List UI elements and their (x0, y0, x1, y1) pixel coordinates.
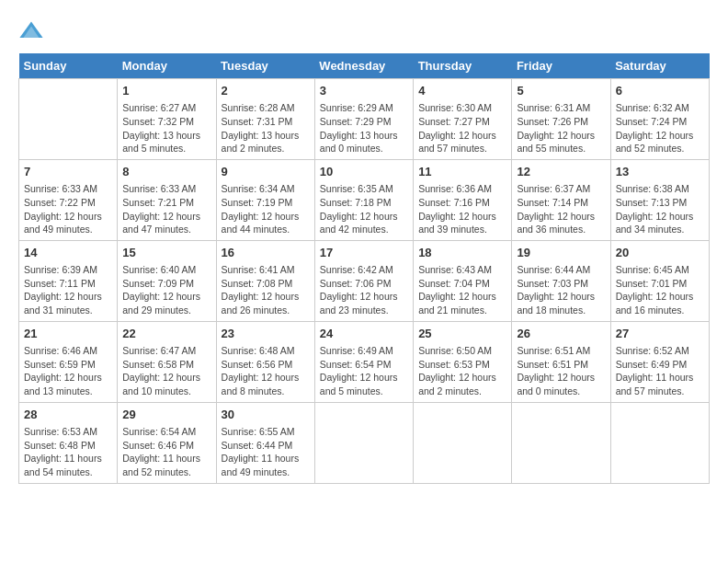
day-number: 13 (616, 164, 704, 180)
day-info: Sunrise: 6:28 AM Sunset: 7:31 PM Dayligh… (222, 101, 310, 155)
calendar-cell: 18Sunrise: 6:43 AM Sunset: 7:04 PM Dayli… (414, 240, 512, 321)
calendar-cell: 29Sunrise: 6:54 AM Sunset: 6:46 PM Dayli… (118, 402, 216, 483)
logo-icon (18, 18, 44, 44)
column-header-friday: Friday (512, 53, 610, 79)
calendar-cell: 14Sunrise: 6:39 AM Sunset: 7:11 PM Dayli… (19, 240, 118, 321)
day-number: 10 (320, 164, 408, 180)
day-number: 26 (517, 326, 605, 342)
calendar-cell: 3Sunrise: 6:29 AM Sunset: 7:29 PM Daylig… (314, 79, 413, 160)
day-info: Sunrise: 6:55 AM Sunset: 6:44 PM Dayligh… (222, 425, 310, 479)
day-info: Sunrise: 6:39 AM Sunset: 7:11 PM Dayligh… (24, 263, 112, 317)
day-info: Sunrise: 6:48 AM Sunset: 6:56 PM Dayligh… (222, 344, 310, 398)
calendar-cell: 1Sunrise: 6:27 AM Sunset: 7:32 PM Daylig… (118, 79, 216, 160)
day-info: Sunrise: 6:36 AM Sunset: 7:16 PM Dayligh… (418, 182, 506, 236)
column-header-sunday: Sunday (19, 53, 118, 79)
day-info: Sunrise: 6:40 AM Sunset: 7:09 PM Dayligh… (122, 263, 210, 317)
day-number: 15 (122, 245, 210, 261)
calendar-cell: 30Sunrise: 6:55 AM Sunset: 6:44 PM Dayli… (216, 402, 314, 483)
day-info: Sunrise: 6:53 AM Sunset: 6:48 PM Dayligh… (24, 425, 112, 479)
day-number: 1 (122, 83, 210, 99)
calendar-cell: 8Sunrise: 6:33 AM Sunset: 7:21 PM Daylig… (118, 159, 216, 240)
day-number: 11 (418, 164, 506, 180)
day-number: 3 (320, 83, 408, 99)
calendar-cell: 28Sunrise: 6:53 AM Sunset: 6:48 PM Dayli… (19, 402, 118, 483)
day-number: 25 (418, 326, 506, 342)
calendar-cell: 5Sunrise: 6:31 AM Sunset: 7:26 PM Daylig… (512, 79, 610, 160)
day-info: Sunrise: 6:51 AM Sunset: 6:51 PM Dayligh… (517, 344, 605, 398)
calendar-cell: 27Sunrise: 6:52 AM Sunset: 6:49 PM Dayli… (610, 321, 709, 402)
day-number: 2 (222, 83, 310, 99)
day-info: Sunrise: 6:38 AM Sunset: 7:13 PM Dayligh… (616, 182, 704, 236)
day-number: 29 (122, 407, 210, 423)
week-row-5: 28Sunrise: 6:53 AM Sunset: 6:48 PM Dayli… (19, 402, 710, 483)
logo (18, 18, 46, 44)
calendar-cell (19, 79, 118, 160)
day-number: 23 (222, 326, 310, 342)
calendar-cell: 13Sunrise: 6:38 AM Sunset: 7:13 PM Dayli… (610, 159, 709, 240)
column-header-thursday: Thursday (414, 53, 512, 79)
day-number: 16 (222, 245, 310, 261)
calendar-cell (512, 402, 610, 483)
day-info: Sunrise: 6:34 AM Sunset: 7:19 PM Dayligh… (222, 182, 310, 236)
day-number: 4 (418, 83, 506, 99)
calendar-cell: 9Sunrise: 6:34 AM Sunset: 7:19 PM Daylig… (216, 159, 314, 240)
day-info: Sunrise: 6:46 AM Sunset: 6:59 PM Dayligh… (24, 344, 112, 398)
day-number: 17 (320, 245, 408, 261)
day-number: 30 (222, 407, 310, 423)
day-info: Sunrise: 6:29 AM Sunset: 7:29 PM Dayligh… (320, 101, 408, 155)
calendar-cell: 25Sunrise: 6:50 AM Sunset: 6:53 PM Dayli… (414, 321, 512, 402)
day-info: Sunrise: 6:50 AM Sunset: 6:53 PM Dayligh… (418, 344, 506, 398)
calendar-cell: 10Sunrise: 6:35 AM Sunset: 7:18 PM Dayli… (314, 159, 413, 240)
day-number: 18 (418, 245, 506, 261)
calendar-cell: 16Sunrise: 6:41 AM Sunset: 7:08 PM Dayli… (216, 240, 314, 321)
day-info: Sunrise: 6:31 AM Sunset: 7:26 PM Dayligh… (517, 101, 605, 155)
day-info: Sunrise: 6:33 AM Sunset: 7:21 PM Dayligh… (122, 182, 210, 236)
calendar-cell: 21Sunrise: 6:46 AM Sunset: 6:59 PM Dayli… (19, 321, 118, 402)
day-number: 28 (24, 407, 112, 423)
day-number: 21 (24, 326, 112, 342)
day-info: Sunrise: 6:45 AM Sunset: 7:01 PM Dayligh… (616, 263, 704, 317)
day-number: 9 (222, 164, 310, 180)
day-info: Sunrise: 6:41 AM Sunset: 7:08 PM Dayligh… (222, 263, 310, 317)
calendar-cell: 23Sunrise: 6:48 AM Sunset: 6:56 PM Dayli… (216, 321, 314, 402)
day-number: 20 (616, 245, 704, 261)
week-row-4: 21Sunrise: 6:46 AM Sunset: 6:59 PM Dayli… (19, 321, 710, 402)
day-info: Sunrise: 6:35 AM Sunset: 7:18 PM Dayligh… (320, 182, 408, 236)
calendar-cell: 17Sunrise: 6:42 AM Sunset: 7:06 PM Dayli… (314, 240, 413, 321)
column-header-monday: Monday (118, 53, 216, 79)
day-info: Sunrise: 6:27 AM Sunset: 7:32 PM Dayligh… (122, 101, 210, 155)
week-row-3: 14Sunrise: 6:39 AM Sunset: 7:11 PM Dayli… (19, 240, 710, 321)
page-header (18, 18, 710, 44)
day-info: Sunrise: 6:32 AM Sunset: 7:24 PM Dayligh… (616, 101, 704, 155)
calendar-cell: 26Sunrise: 6:51 AM Sunset: 6:51 PM Dayli… (512, 321, 610, 402)
calendar-cell: 4Sunrise: 6:30 AM Sunset: 7:27 PM Daylig… (414, 79, 512, 160)
calendar-cell (314, 402, 413, 483)
calendar-cell: 11Sunrise: 6:36 AM Sunset: 7:16 PM Dayli… (414, 159, 512, 240)
week-row-2: 7Sunrise: 6:33 AM Sunset: 7:22 PM Daylig… (19, 159, 710, 240)
calendar-cell: 6Sunrise: 6:32 AM Sunset: 7:24 PM Daylig… (610, 79, 709, 160)
calendar-cell: 15Sunrise: 6:40 AM Sunset: 7:09 PM Dayli… (118, 240, 216, 321)
day-number: 19 (517, 245, 605, 261)
calendar-cell: 22Sunrise: 6:47 AM Sunset: 6:58 PM Dayli… (118, 321, 216, 402)
column-header-tuesday: Tuesday (216, 53, 314, 79)
calendar-cell: 12Sunrise: 6:37 AM Sunset: 7:14 PM Dayli… (512, 159, 610, 240)
day-number: 24 (320, 326, 408, 342)
day-info: Sunrise: 6:43 AM Sunset: 7:04 PM Dayligh… (418, 263, 506, 317)
day-info: Sunrise: 6:37 AM Sunset: 7:14 PM Dayligh… (517, 182, 605, 236)
calendar-cell: 20Sunrise: 6:45 AM Sunset: 7:01 PM Dayli… (610, 240, 709, 321)
calendar-cell (414, 402, 512, 483)
calendar-cell: 19Sunrise: 6:44 AM Sunset: 7:03 PM Dayli… (512, 240, 610, 321)
calendar-table: SundayMondayTuesdayWednesdayThursdayFrid… (18, 53, 710, 484)
day-number: 5 (517, 83, 605, 99)
calendar-cell (610, 402, 709, 483)
day-number: 7 (24, 164, 112, 180)
day-info: Sunrise: 6:30 AM Sunset: 7:27 PM Dayligh… (418, 101, 506, 155)
day-number: 6 (616, 83, 704, 99)
day-info: Sunrise: 6:49 AM Sunset: 6:54 PM Dayligh… (320, 344, 408, 398)
day-number: 22 (122, 326, 210, 342)
day-number: 14 (24, 245, 112, 261)
day-number: 27 (616, 326, 704, 342)
day-number: 8 (122, 164, 210, 180)
header-row: SundayMondayTuesdayWednesdayThursdayFrid… (19, 53, 710, 79)
week-row-1: 1Sunrise: 6:27 AM Sunset: 7:32 PM Daylig… (19, 79, 710, 160)
